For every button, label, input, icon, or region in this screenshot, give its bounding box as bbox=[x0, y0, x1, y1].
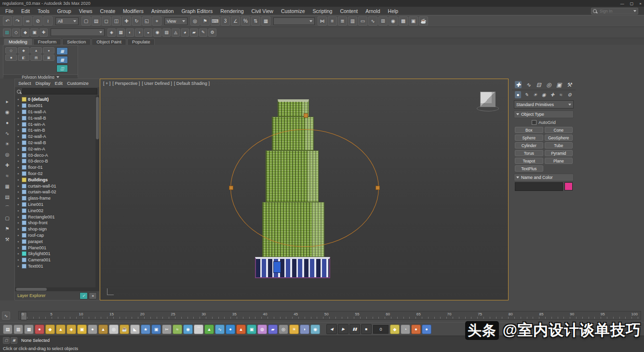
ribbon-tab[interactable]: Freeform bbox=[33, 39, 62, 45]
menu-item[interactable]: Customize bbox=[278, 8, 309, 14]
help-search-box[interactable] bbox=[591, 8, 638, 14]
display-tab-icon[interactable]: ▣ bbox=[556, 81, 563, 88]
key-mode-icon[interactable]: ◆ bbox=[390, 325, 400, 334]
visibility-icon[interactable]: ● bbox=[17, 178, 20, 181]
angle-snap-icon[interactable]: ∠ bbox=[231, 16, 240, 26]
search-input[interactable] bbox=[599, 8, 631, 14]
wave-modifier-icon[interactable]: ∿ bbox=[215, 325, 225, 334]
keyboard-override-icon[interactable]: ⌨ bbox=[211, 16, 220, 26]
ribbon-tab[interactable]: Populate bbox=[127, 39, 155, 45]
helpers-category-icon[interactable]: ✚ bbox=[549, 91, 555, 98]
render-setup-icon[interactable]: ▩ bbox=[399, 16, 408, 26]
menu-item[interactable]: Content bbox=[336, 8, 361, 14]
axis-constraint-icon[interactable]: ◆ bbox=[21, 28, 29, 37]
display-all-icon[interactable]: ◉ bbox=[3, 108, 12, 116]
gizmo-handle-left[interactable] bbox=[229, 186, 233, 190]
select-and-link-icon[interactable]: ∞ bbox=[23, 16, 32, 26]
perspective-viewport[interactable]: [ + ][ Perspective ][ User Defined ][ De… bbox=[100, 79, 509, 300]
menu-item[interactable]: Rendering bbox=[217, 8, 247, 14]
menu-item[interactable]: Graph Editors bbox=[178, 8, 216, 14]
view-cube-ring[interactable] bbox=[477, 106, 499, 111]
blue-box-icon[interactable]: ▣ bbox=[151, 325, 161, 334]
chart-icon[interactable]: ▰ bbox=[268, 325, 278, 334]
explorer-menu-item[interactable]: Edit bbox=[55, 81, 63, 86]
explorer-menu-item[interactable]: Customize bbox=[67, 81, 89, 86]
scrollbar-thumb[interactable] bbox=[16, 288, 47, 291]
object-type-rollout-header[interactable]: Object Type bbox=[514, 110, 574, 118]
pose-icon[interactable]: ◈ bbox=[67, 325, 76, 334]
hierarchy-tab-icon[interactable]: ⊟ bbox=[535, 81, 542, 88]
play-button[interactable]: ▶ bbox=[338, 324, 349, 334]
walkthrough-icon[interactable]: ▲ bbox=[56, 325, 66, 334]
list-item[interactable]: ● Camera001 bbox=[16, 257, 94, 263]
menu-item[interactable]: Help bbox=[385, 8, 402, 14]
ribbon-tab[interactable]: Object Paint bbox=[92, 39, 126, 45]
visibility-icon[interactable]: ● bbox=[17, 98, 20, 101]
object-type-button[interactable]: TextPlus bbox=[515, 165, 543, 172]
visibility-icon[interactable]: ● bbox=[17, 228, 20, 230]
visibility-icon[interactable]: ● bbox=[17, 185, 20, 188]
object-color-swatch[interactable] bbox=[564, 182, 573, 190]
layers-toolbar-icon[interactable]: ▣ bbox=[30, 28, 39, 37]
ribbon-mini-button[interactable]: ◇ bbox=[5, 47, 17, 54]
name-color-rollout-header[interactable]: Name and Color bbox=[514, 174, 574, 181]
doc-icon[interactable]: ▥ bbox=[13, 325, 23, 334]
primitive-category-dropdown[interactable]: Standard Primitives bbox=[514, 100, 574, 108]
gizmo-handle-right[interactable] bbox=[376, 186, 380, 190]
viewport-label-segment[interactable]: [ User Defined ] bbox=[142, 81, 172, 86]
current-frame-field[interactable]: 0 bbox=[373, 325, 389, 334]
ribbon-mini-button[interactable]: ■ bbox=[5, 54, 17, 61]
explorer-menu-item[interactable]: Select bbox=[18, 81, 31, 86]
explorer-settings-icon[interactable]: ⚒ bbox=[3, 236, 12, 243]
align-icon[interactable]: ≡ bbox=[328, 16, 337, 26]
undo-icon[interactable]: ↶ bbox=[3, 16, 12, 26]
list-item[interactable]: ● 02-win-A bbox=[16, 146, 94, 152]
menu-item[interactable]: Animation bbox=[148, 8, 177, 14]
list-item[interactable]: ● roof-cap bbox=[16, 232, 94, 239]
menu-item[interactable]: Edit bbox=[18, 8, 33, 14]
explorer-menu-item[interactable]: Display bbox=[35, 81, 50, 86]
spacewarps-category-icon[interactable]: ≈ bbox=[558, 91, 564, 98]
percent-snap-icon[interactable]: % bbox=[241, 16, 250, 26]
display-xrefs-icon[interactable]: ▤ bbox=[3, 193, 12, 201]
reference-coordinate-dropdown[interactable]: View bbox=[164, 17, 188, 25]
menu-item[interactable]: Civil View bbox=[248, 8, 277, 14]
rendered-frame-icon[interactable]: ▣ bbox=[409, 16, 418, 26]
pyramid-icon[interactable]: ◣ bbox=[130, 325, 140, 334]
graphite-icon[interactable]: ▧ bbox=[3, 28, 11, 37]
list-item[interactable]: ● 02-wall-B bbox=[16, 140, 94, 146]
menu-item[interactable]: Group bbox=[54, 8, 75, 14]
utilities-tab-icon[interactable]: ⚒ bbox=[566, 81, 573, 88]
menu-item[interactable]: Views bbox=[76, 8, 96, 14]
maximize-button[interactable]: ▢ bbox=[630, 1, 634, 6]
menu-item[interactable]: Create bbox=[97, 8, 119, 14]
select-filter-icon[interactable]: ▸ bbox=[3, 98, 12, 105]
notes-icon[interactable]: ▤ bbox=[3, 325, 13, 334]
camera-align-icon[interactable]: ◉ bbox=[153, 28, 161, 37]
visibility-icon[interactable]: ● bbox=[17, 110, 20, 113]
schematic-view-icon[interactable]: ⊞ bbox=[378, 16, 388, 26]
display-groups-icon[interactable]: ▦ bbox=[3, 183, 12, 190]
explorer-search-input[interactable] bbox=[22, 88, 97, 95]
object-name-field[interactable] bbox=[515, 182, 563, 191]
list-item[interactable]: ● Text001 bbox=[16, 263, 94, 270]
visibility-icon[interactable]: ● bbox=[17, 209, 20, 212]
object-type-button[interactable]: GeoSphere bbox=[545, 135, 573, 141]
record-icon[interactable]: ● bbox=[35, 325, 44, 334]
anim-layer-icon[interactable]: ◆ bbox=[45, 325, 55, 334]
visibility-icon[interactable]: ● bbox=[17, 129, 20, 132]
ribbon-tab[interactable]: Selection bbox=[62, 39, 91, 45]
previous-frame-button[interactable]: ◀ bbox=[326, 324, 337, 334]
grids-icon[interactable]: ▨ bbox=[162, 28, 171, 37]
moon-icon[interactable]: ◗ bbox=[300, 325, 309, 334]
snapshot-icon[interactable]: ◈ bbox=[107, 28, 116, 37]
foliage-icon[interactable]: ▲ bbox=[204, 325, 214, 334]
ribbon-mini-button[interactable]: ◆ bbox=[18, 47, 29, 54]
create-tab-icon[interactable]: ✚ bbox=[515, 81, 522, 88]
snaps-toggle-icon[interactable]: 3 bbox=[221, 16, 230, 26]
select-object-icon[interactable]: ▢ bbox=[81, 16, 91, 26]
list-item[interactable]: ● floor-01 bbox=[16, 164, 94, 171]
layer-explorer-icon[interactable]: ▥ bbox=[348, 16, 357, 26]
menu-item[interactable]: Modifiers bbox=[120, 8, 147, 14]
close-button[interactable]: × bbox=[639, 1, 642, 6]
